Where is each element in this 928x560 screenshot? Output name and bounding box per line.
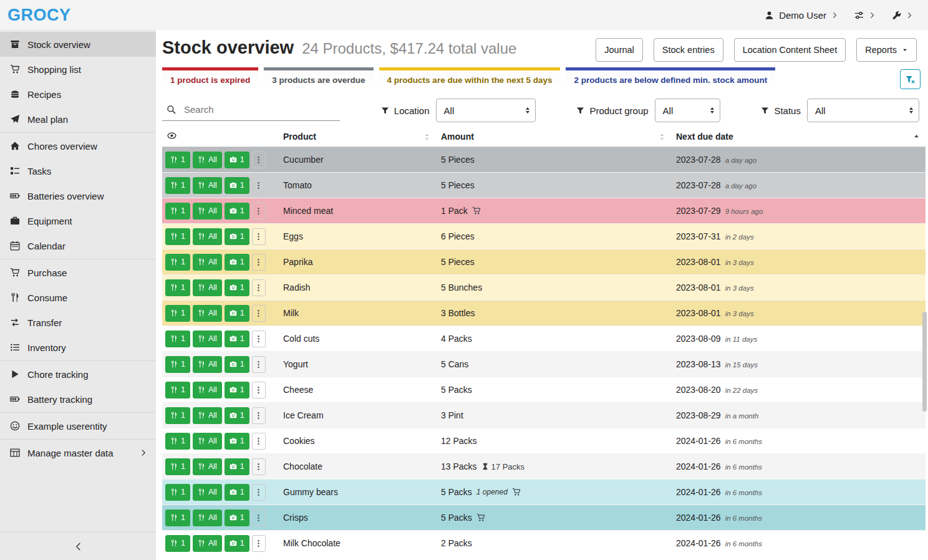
row-menu-button[interactable] — [252, 331, 266, 347]
open-one-button[interactable]: 1 — [225, 254, 249, 271]
sidebar-item-shopping-list[interactable]: Shopping list — [0, 57, 156, 82]
open-one-button[interactable]: 1 — [225, 152, 249, 168]
sidebar-item-manage-master-data[interactable]: Manage master data — [0, 440, 156, 465]
sidebar-item-batteries-overview[interactable]: Batteries overview — [0, 183, 156, 208]
product-name[interactable]: Cheese — [283, 385, 313, 395]
row-menu-button[interactable] — [252, 254, 266, 271]
status-filter-due-soon[interactable]: 4 products are due within the next 5 day… — [379, 67, 561, 90]
consume-all-button[interactable]: All — [193, 203, 222, 220]
consume-one-button[interactable]: 1 — [165, 228, 190, 245]
location-filter-select[interactable]: All — [436, 99, 536, 122]
row-menu-button[interactable] — [252, 228, 266, 245]
consume-one-button[interactable]: 1 — [165, 356, 190, 373]
consume-all-button[interactable]: All — [193, 433, 222, 450]
product-name[interactable]: Cold cuts — [283, 334, 319, 344]
consume-one-button[interactable]: 1 — [165, 331, 190, 347]
stock-entries-button[interactable]: Stock entries — [654, 38, 723, 62]
app-logo[interactable]: GROCY — [7, 6, 71, 25]
open-one-button[interactable]: 1 — [225, 407, 249, 424]
row-menu-button[interactable] — [252, 509, 266, 526]
product-name[interactable]: Eggs — [283, 231, 303, 241]
open-one-button[interactable]: 1 — [225, 305, 249, 322]
vertical-scrollbar[interactable] — [922, 312, 927, 412]
column-header-amount[interactable]: Amount — [436, 128, 671, 147]
column-visibility-header[interactable] — [162, 128, 278, 147]
user-menu[interactable]: Demo User — [765, 10, 838, 21]
product-name[interactable]: Ice Cream — [283, 410, 324, 420]
row-menu-button[interactable] — [252, 152, 266, 168]
consume-all-button[interactable]: All — [193, 382, 222, 398]
status-filter-expired[interactable]: 1 product is expired — [162, 67, 258, 90]
row-menu-button[interactable] — [252, 356, 266, 373]
open-one-button[interactable]: 1 — [225, 458, 249, 475]
clear-filter-button[interactable] — [900, 69, 921, 89]
consume-all-button[interactable]: All — [193, 356, 222, 373]
sidebar-collapse-button[interactable] — [0, 532, 156, 560]
consume-one-button[interactable]: 1 — [165, 509, 190, 526]
open-one-button[interactable]: 1 — [225, 484, 249, 501]
row-menu-button[interactable] — [252, 433, 266, 450]
sidebar-item-purchase[interactable]: Purchase — [0, 260, 156, 285]
open-one-button[interactable]: 1 — [225, 228, 249, 245]
sidebar-item-consume[interactable]: Consume — [0, 285, 156, 310]
consume-one-button[interactable]: 1 — [165, 433, 190, 450]
row-menu-button[interactable] — [252, 305, 266, 322]
product-name[interactable]: Milk — [283, 308, 299, 318]
consume-all-button[interactable]: All — [193, 331, 222, 347]
open-one-button[interactable]: 1 — [225, 509, 249, 526]
product-name[interactable]: Chocolate — [283, 461, 322, 471]
open-one-button[interactable]: 1 — [225, 535, 249, 552]
consume-all-button[interactable]: All — [193, 254, 222, 271]
sidebar-item-calendar[interactable]: Calendar — [0, 233, 156, 258]
column-header-product[interactable]: Product — [278, 128, 436, 147]
consume-all-button[interactable]: All — [193, 407, 222, 424]
consume-all-button[interactable]: All — [193, 509, 222, 526]
sidebar-item-transfer[interactable]: Transfer — [0, 310, 156, 335]
settings-menu[interactable] — [854, 11, 876, 20]
open-one-button[interactable]: 1 — [225, 203, 249, 220]
status-filter-select[interactable]: All — [807, 99, 919, 122]
product-group-filter-select[interactable]: All — [655, 99, 720, 122]
consume-one-button[interactable]: 1 — [165, 152, 190, 168]
sidebar-item-inventory[interactable]: Inventory — [0, 335, 156, 360]
consume-all-button[interactable]: All — [193, 305, 222, 322]
sidebar-item-recipes[interactable]: Recipes — [0, 82, 156, 107]
sidebar-item-stock-overview[interactable]: Stock overview — [0, 32, 156, 57]
product-name[interactable]: Cucumber — [283, 155, 324, 165]
row-menu-button[interactable] — [252, 382, 266, 398]
row-menu-button[interactable] — [252, 458, 266, 475]
sidebar-item-chores-overview[interactable]: Chores overview — [0, 133, 156, 158]
consume-one-button[interactable]: 1 — [165, 177, 190, 194]
consume-one-button[interactable]: 1 — [165, 279, 190, 296]
row-menu-button[interactable] — [252, 177, 266, 194]
product-name[interactable]: Cookies — [283, 436, 315, 446]
open-one-button[interactable]: 1 — [225, 177, 249, 194]
consume-one-button[interactable]: 1 — [165, 305, 190, 322]
product-name[interactable]: Milk Chocolate — [283, 538, 341, 548]
product-name[interactable]: Minced meat — [283, 206, 333, 216]
open-one-button[interactable]: 1 — [225, 279, 249, 296]
consume-all-button[interactable]: All — [193, 228, 222, 245]
reports-button[interactable]: Reports — [856, 38, 917, 62]
row-menu-button[interactable] — [252, 535, 266, 552]
open-one-button[interactable]: 1 — [225, 331, 249, 347]
product-name[interactable]: Radish — [283, 282, 311, 292]
admin-menu[interactable] — [892, 11, 913, 20]
consume-all-button[interactable]: All — [193, 458, 222, 475]
sidebar-item-equipment[interactable]: Equipment — [0, 208, 156, 233]
consume-one-button[interactable]: 1 — [165, 254, 190, 271]
consume-one-button[interactable]: 1 — [165, 484, 190, 501]
status-filter-below-min[interactable]: 2 products are below defined min. stock … — [566, 67, 775, 90]
column-header-next-due-date[interactable]: Next due date — [671, 128, 926, 147]
consume-one-button[interactable]: 1 — [165, 382, 190, 398]
consume-one-button[interactable]: 1 — [165, 535, 190, 552]
search-input[interactable] — [184, 104, 337, 115]
open-one-button[interactable]: 1 — [225, 433, 249, 450]
open-one-button[interactable]: 1 — [225, 356, 249, 373]
row-menu-button[interactable] — [252, 279, 266, 296]
open-one-button[interactable]: 1 — [225, 382, 249, 398]
consume-all-button[interactable]: All — [193, 279, 222, 296]
consume-one-button[interactable]: 1 — [165, 407, 190, 424]
status-filter-overdue[interactable]: 3 products are overdue — [264, 67, 373, 90]
product-name[interactable]: Gummy bears — [283, 487, 338, 497]
